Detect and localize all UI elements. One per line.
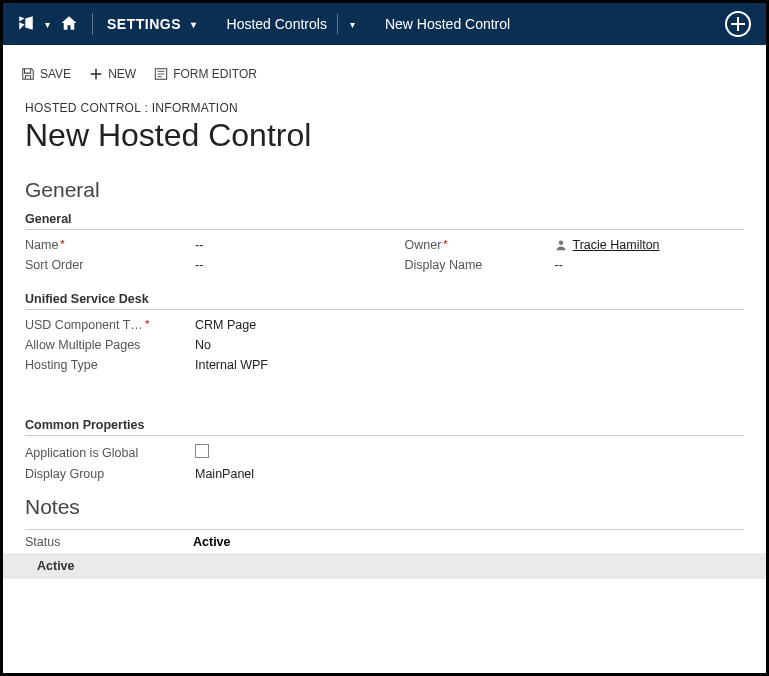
command-bar: SAVE NEW FORM EDITOR	[3, 45, 766, 91]
page-title: New Hosted Control	[25, 117, 744, 154]
subsection-general: General	[25, 212, 744, 230]
sort-order-label: Sort Order	[25, 258, 195, 272]
crumb2-label: New Hosted Control	[385, 16, 510, 32]
section-general: General	[25, 178, 744, 202]
nav-crumb-hosted-controls[interactable]: Hosted Controls ▾	[227, 14, 359, 34]
field-sort-order[interactable]: Sort Order --	[25, 258, 365, 272]
person-icon	[555, 239, 567, 251]
subsection-common-properties: Common Properties	[25, 418, 744, 436]
status-row: Status Active	[25, 529, 744, 553]
home-icon[interactable]	[60, 14, 78, 35]
add-new-icon[interactable]	[724, 10, 752, 38]
allow-multi-label: Allow Multiple Pages	[25, 338, 195, 352]
app-global-checkbox[interactable]	[195, 444, 209, 458]
display-name-label: Display Name	[405, 258, 555, 272]
owner-label: Owner	[405, 238, 555, 252]
subsection-usd: Unified Service Desk	[25, 292, 744, 310]
top-nav: ▾ SETTINGS ▾ Hosted Controls ▾ New Hoste…	[3, 3, 766, 45]
section-notes: Notes	[25, 495, 744, 519]
display-name-value: --	[555, 258, 745, 272]
nav-crumb-new-hosted-control[interactable]: New Hosted Control	[385, 16, 510, 32]
nav-settings-label: SETTINGS	[107, 16, 181, 32]
usd-component-value: CRM Page	[195, 318, 744, 332]
allow-multi-value: No	[195, 338, 744, 352]
form-editor-icon	[154, 67, 168, 81]
save-label: SAVE	[40, 67, 71, 81]
field-hosting-type[interactable]: Hosting Type Internal WPF	[25, 358, 744, 372]
new-label: NEW	[108, 67, 136, 81]
status-value: Active	[193, 535, 231, 549]
field-display-group[interactable]: Display Group MainPanel	[25, 467, 744, 481]
name-value: --	[195, 238, 365, 252]
field-display-name[interactable]: Display Name --	[405, 258, 745, 272]
field-owner[interactable]: Owner Tracie Hamilton	[405, 238, 745, 252]
usd-component-label: USD Component T…	[25, 318, 195, 332]
record-type-info: HOSTED CONTROL : INFORMATION	[25, 101, 744, 115]
crumb-sep	[337, 14, 338, 34]
owner-link[interactable]: Tracie Hamilton	[573, 238, 660, 252]
app-global-label: Application is Global	[25, 446, 195, 460]
new-button[interactable]: NEW	[89, 67, 136, 81]
plus-icon	[89, 67, 103, 81]
save-button[interactable]: SAVE	[21, 67, 71, 81]
form-editor-button[interactable]: FORM EDITOR	[154, 67, 257, 81]
field-usd-component-type[interactable]: USD Component T… CRM Page	[25, 318, 744, 332]
nav-divider	[92, 13, 93, 35]
crumb1-chevron-icon[interactable]: ▾	[350, 19, 355, 30]
settings-chevron-icon: ▾	[191, 19, 197, 30]
logo-dropdown-chevron-icon[interactable]: ▾	[45, 19, 50, 30]
display-group-value: MainPanel	[195, 467, 744, 481]
field-application-is-global[interactable]: Application is Global	[25, 444, 744, 461]
hosting-type-label: Hosting Type	[25, 358, 195, 372]
svg-point-9	[558, 241, 563, 246]
status-sub-value[interactable]: Active	[3, 553, 766, 579]
hosting-type-value: Internal WPF	[195, 358, 744, 372]
name-label: Name	[25, 238, 195, 252]
sort-order-value: --	[195, 258, 365, 272]
display-group-label: Display Group	[25, 467, 195, 481]
form-editor-label: FORM EDITOR	[173, 67, 257, 81]
nav-settings[interactable]: SETTINGS ▾	[107, 16, 201, 32]
crumb1-label: Hosted Controls	[227, 16, 327, 32]
save-icon	[21, 67, 35, 81]
field-allow-multiple-pages[interactable]: Allow Multiple Pages No	[25, 338, 744, 352]
status-label: Status	[25, 535, 193, 549]
field-name[interactable]: Name --	[25, 238, 365, 252]
dynamics-logo-icon[interactable]	[17, 14, 35, 35]
